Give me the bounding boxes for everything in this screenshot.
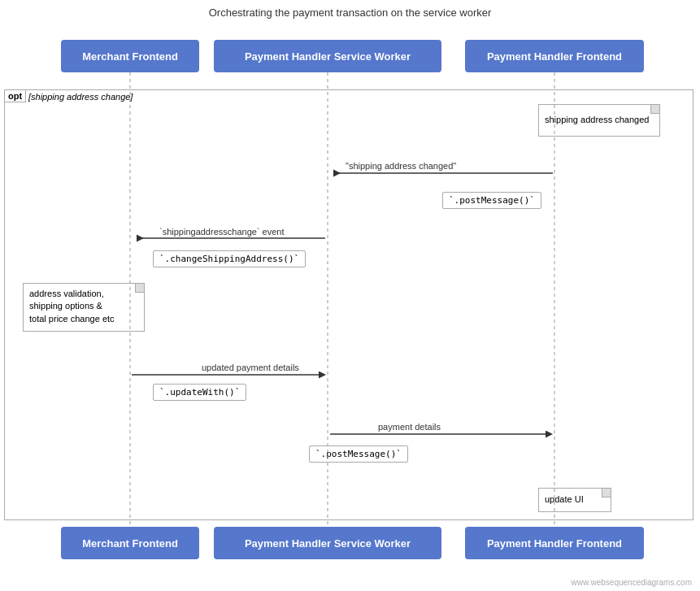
actor-merchant-bottom: Merchant Frontend	[61, 527, 199, 559]
label-payment-details: payment details	[378, 422, 441, 432]
code-post-message-1: `.postMessage()`	[442, 192, 541, 209]
opt-label: opt	[4, 89, 26, 102]
diagram-title: Orchestrating the payment transaction on…	[0, 0, 700, 25]
label-shippingaddresschange: `shippingaddresschange` event	[159, 227, 285, 237]
note-shipping-changed: shipping address changed	[538, 104, 660, 137]
actor-handler: Payment Handler Service Worker	[214, 40, 441, 72]
opt-condition: [shipping address change]	[28, 92, 133, 102]
actor-frontend-bottom: Payment Handler Frontend	[465, 527, 644, 559]
diagram-container: Orchestrating the payment transaction on…	[0, 0, 700, 591]
actor-merchant: Merchant Frontend	[61, 40, 199, 72]
code-post-message-2: `.postMessage()`	[309, 445, 408, 463]
note-address-validation: address validation, shipping options & t…	[23, 283, 145, 332]
actor-handler-bottom: Payment Handler Service Worker	[214, 527, 441, 559]
code-change-shipping: `.changeShippingAddress()`	[153, 250, 306, 267]
code-update-with: `.updateWith()`	[153, 384, 246, 401]
label-shipping-address-changed: "shipping address changed"	[346, 161, 456, 171]
note-update-ui: update UI	[538, 488, 611, 512]
label-updated-payment: updated payment details	[202, 363, 299, 372]
actor-frontend: Payment Handler Frontend	[465, 40, 644, 72]
watermark: www.websequencediagrams.com	[572, 578, 692, 587]
